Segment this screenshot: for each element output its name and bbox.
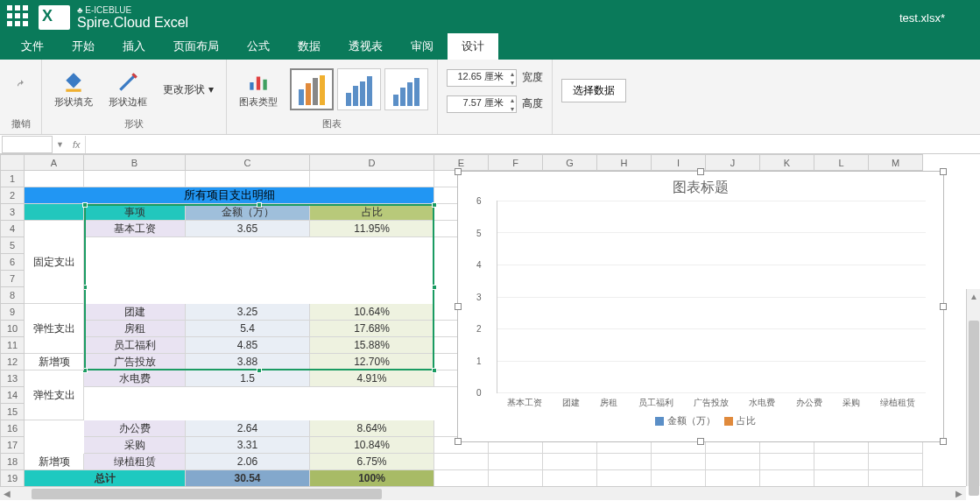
cell[interactable]: 8.64%	[310, 420, 434, 437]
col-header-G[interactable]: G	[543, 154, 597, 171]
cell[interactable]	[25, 171, 84, 187]
scroll-thumb-h[interactable]	[32, 489, 382, 499]
cell[interactable]: 10.64%	[310, 304, 434, 321]
row-header-13[interactable]: 13	[0, 370, 25, 387]
col-header-A[interactable]: A	[25, 154, 84, 171]
cell[interactable]	[597, 470, 652, 487]
row-header-5[interactable]: 5	[0, 237, 25, 254]
cell[interactable]	[706, 454, 760, 470]
row-header-12[interactable]: 12	[0, 354, 25, 370]
row-header-10[interactable]: 10	[0, 321, 25, 337]
side-group-固定支出[interactable]: 固定支出	[25, 221, 84, 304]
tab-透视表[interactable]: 透视表	[335, 33, 397, 60]
row-header-9[interactable]: 9	[0, 304, 25, 321]
cell[interactable]: 3.31	[186, 437, 310, 454]
tab-审阅[interactable]: 审阅	[397, 33, 448, 60]
cell[interactable]	[489, 470, 543, 487]
cell[interactable]: 所有项目支出明细	[25, 187, 434, 204]
row-headers[interactable]: 1234567891011121314151617181920	[0, 171, 25, 500]
col-header-B[interactable]: B	[84, 154, 186, 171]
col-header-E[interactable]: E	[434, 154, 489, 171]
cell[interactable]	[434, 454, 489, 470]
cell[interactable]: 2.64	[186, 420, 310, 437]
cell[interactable]: 房租	[84, 321, 186, 337]
cell[interactable]: 3.65	[186, 221, 310, 237]
tab-文件[interactable]: 文件	[7, 33, 58, 60]
col-header-C[interactable]: C	[186, 154, 310, 171]
row-header-17[interactable]: 17	[0, 437, 25, 454]
cell[interactable]: 10.84%	[310, 437, 434, 454]
cell[interactable]: 5.4	[186, 321, 310, 337]
formula-input[interactable]	[85, 136, 980, 153]
col-header-H[interactable]: H	[597, 154, 652, 171]
cell[interactable]	[543, 470, 597, 487]
tab-公式[interactable]: 公式	[233, 33, 284, 60]
cell[interactable]	[652, 470, 706, 487]
cell[interactable]	[84, 171, 186, 187]
cell[interactable]: 17.68%	[310, 321, 434, 337]
cell[interactable]	[434, 470, 489, 487]
row-header-2[interactable]: 2	[0, 187, 25, 204]
cell[interactable]: 3.88	[186, 354, 310, 370]
cell[interactable]: 水电费	[84, 370, 186, 387]
tab-数据[interactable]: 数据	[284, 33, 335, 60]
vertical-scrollbar[interactable]: ▲	[966, 289, 980, 486]
cell[interactable]	[489, 454, 543, 470]
cell[interactable]	[760, 454, 814, 470]
cell[interactable]: 1.5	[186, 370, 310, 387]
cell[interactable]	[814, 470, 869, 487]
row-header-16[interactable]: 16	[0, 420, 25, 437]
cell[interactable]	[543, 454, 597, 470]
apps-grid-icon[interactable]	[7, 5, 32, 30]
shape-fill-button[interactable]: 形状填充	[51, 69, 96, 110]
cell[interactable]	[597, 454, 652, 470]
cell[interactable]: 新增项	[25, 454, 84, 470]
side-group-新增项[interactable]: 新增项	[25, 354, 84, 370]
cell[interactable]: 员工福利	[84, 337, 186, 354]
tab-开始[interactable]: 开始	[58, 33, 109, 60]
row-header-19[interactable]: 19	[0, 470, 25, 487]
embedded-chart[interactable]: 图表标题 0123456 基本工资团建房租员工福利广告投放水电费办公费采购绿植租…	[457, 171, 944, 442]
side-group-弹性支出[interactable]: 弹性支出	[25, 304, 84, 354]
chart-type-button[interactable]: 图表类型	[236, 69, 281, 110]
cell[interactable]	[869, 454, 923, 470]
cell[interactable]: 6.75%	[310, 454, 434, 470]
col-header-D[interactable]: D	[310, 154, 434, 171]
chart-width-input[interactable]: 12.65 厘米▴▾	[447, 69, 517, 87]
cell[interactable]: 100%	[310, 470, 434, 487]
col-header-M[interactable]: M	[869, 154, 923, 171]
cell[interactable]	[814, 454, 869, 470]
cell[interactable]: 2.06	[186, 454, 310, 470]
name-box-dropdown-icon[interactable]: ▼	[53, 140, 67, 149]
row-header-4[interactable]: 4	[0, 221, 25, 237]
row-header-11[interactable]: 11	[0, 337, 25, 354]
change-shape-button[interactable]: 更改形状 ▾	[159, 81, 217, 99]
cell[interactable]: 团建	[84, 304, 186, 321]
cell[interactable]: 占比	[310, 204, 434, 221]
cell[interactable]: 事项	[84, 204, 186, 221]
tab-插入[interactable]: 插入	[109, 33, 159, 60]
cell[interactable]	[310, 171, 434, 187]
row-header-8[interactable]: 8	[0, 287, 25, 304]
cell[interactable]: 30.54	[186, 470, 310, 487]
chart-height-input[interactable]: 7.57 厘米▴▾	[447, 95, 517, 113]
cell[interactable]: 11.95%	[310, 221, 434, 237]
name-box[interactable]	[2, 136, 53, 153]
cell[interactable]: 弹性支出	[25, 370, 84, 420]
cell[interactable]: 4.85	[186, 337, 310, 354]
cell[interactable]: 绿植租赁	[84, 454, 186, 470]
cell[interactable]: 采购	[84, 437, 186, 454]
cell[interactable]: 基本工资	[84, 221, 186, 237]
tab-页面布局[interactable]: 页面布局	[159, 33, 233, 60]
scroll-up-icon[interactable]: ▲	[967, 289, 980, 303]
cell[interactable]	[25, 204, 84, 221]
cell[interactable]	[869, 470, 923, 487]
column-headers[interactable]: ABCDEFGHIJKLM	[0, 154, 923, 171]
row-header-7[interactable]: 7	[0, 271, 25, 287]
cell[interactable]	[186, 171, 310, 187]
cell[interactable]: 4.91%	[310, 370, 434, 387]
cell[interactable]: 金额（万）	[186, 204, 310, 221]
cell[interactable]: 广告投放	[84, 354, 186, 370]
row-header-15[interactable]: 15	[0, 404, 25, 420]
col-header-K[interactable]: K	[760, 154, 814, 171]
